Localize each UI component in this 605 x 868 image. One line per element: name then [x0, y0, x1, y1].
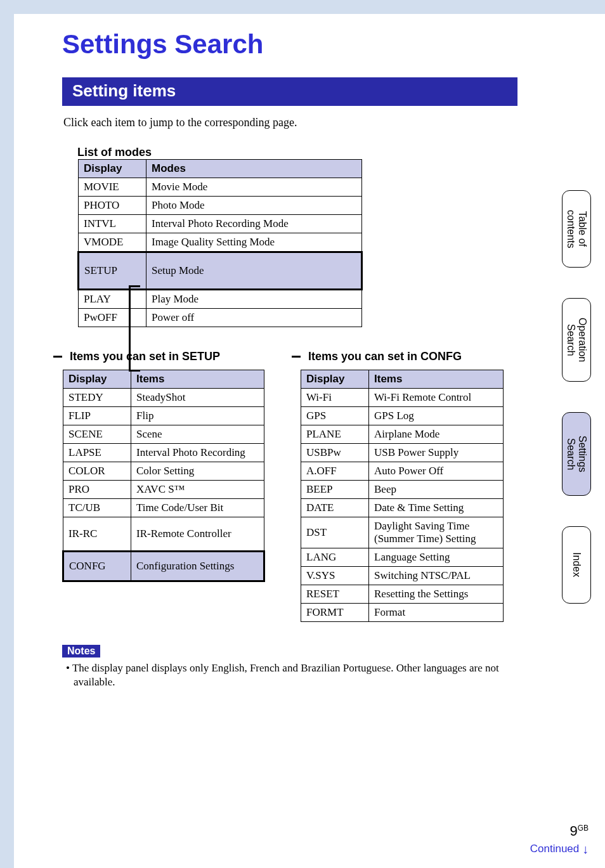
down-arrow-icon: ↓ — [582, 842, 589, 856]
modes-header-display: Display — [79, 160, 146, 178]
setup-caption: Items you can set in SETUP — [70, 350, 265, 363]
table-row-setup[interactable]: SETUPSetup Mode — [79, 252, 362, 290]
table-row[interactable]: PROXAVC S™ — [63, 481, 264, 499]
connector-line — [129, 370, 140, 372]
notes-label: Notes — [62, 645, 100, 657]
confg-header-items: Items — [369, 370, 504, 389]
page-footer: 9GB Continued ↓ — [530, 823, 589, 857]
table-row[interactable]: PwOFFPower off — [79, 309, 362, 327]
page-number: 9GB — [530, 823, 589, 839]
modes-header-modes: Modes — [146, 160, 362, 178]
table-row[interactable]: LAPSEInterval Photo Recording — [63, 444, 264, 462]
table-row[interactable]: A.OFFAuto Power Off — [301, 462, 504, 481]
modes-caption: List of modes — [77, 146, 519, 159]
table-row[interactable]: USBPwUSB Power Supply — [301, 444, 504, 462]
side-tabs: Table of contents Operation Search Setti… — [562, 190, 591, 604]
table-row[interactable]: PLAYPlay Mode — [79, 290, 362, 309]
table-row[interactable]: IR-RCIR-Remote Controller — [63, 517, 264, 552]
confg-table: Display Items Wi-FiWi-Fi Remote Control … — [301, 370, 504, 622]
tab-index[interactable]: Index — [562, 526, 591, 604]
notes-text: • The display panel displays only Englis… — [62, 661, 519, 689]
table-row[interactable]: DSTDaylight Saving Time (Summer Time) Se… — [301, 517, 504, 548]
table-row[interactable]: FORMTFormat — [301, 604, 504, 622]
sub-tables-row: Items you can set in SETUP Display Items… — [62, 350, 519, 622]
modes-table: Display Modes MOVIEMovie Mode PHOTOPhoto… — [77, 159, 363, 327]
confg-header-display: Display — [301, 370, 369, 389]
tab-settings-search[interactable]: Settings Search — [562, 412, 591, 496]
setup-column: Items you can set in SETUP Display Items… — [62, 350, 265, 622]
table-row[interactable]: BEEPBeep — [301, 481, 504, 499]
table-row[interactable]: SCENEScene — [63, 425, 264, 444]
page-title: Settings Search — [62, 29, 519, 60]
tab-operation-search[interactable]: Operation Search — [562, 298, 591, 382]
table-row[interactable]: STEDYSteadyShot — [63, 389, 264, 407]
modes-block: List of modes Display Modes MOVIEMovie M… — [77, 146, 519, 327]
table-row-confg[interactable]: CONFGConfiguration Settings — [63, 552, 264, 581]
setup-header-display: Display — [63, 370, 131, 389]
setup-header-items: Items — [131, 370, 264, 389]
table-row[interactable]: COLORColor Setting — [63, 462, 264, 481]
tab-table-of-contents[interactable]: Table of contents — [562, 190, 591, 268]
table-row[interactable]: DATEDate & Time Setting — [301, 499, 504, 517]
table-row[interactable]: LANGLanguage Setting — [301, 548, 504, 567]
confg-caption: Items you can set in CONFG — [308, 350, 504, 363]
table-row[interactable]: INTVLInterval Photo Recording Mode — [79, 215, 362, 233]
table-row[interactable]: Wi-FiWi-Fi Remote Control — [301, 389, 504, 407]
table-row[interactable]: PLANEAirplane Mode — [301, 425, 504, 444]
table-row[interactable]: GPSGPS Log — [301, 407, 504, 425]
continued-indicator: Continued ↓ — [530, 842, 589, 857]
setup-table: Display Items STEDYSteadyShot FLIPFlip S… — [62, 370, 265, 582]
confg-column: Items you can set in CONFG Display Items… — [301, 350, 504, 622]
table-row[interactable]: V.SYSSwitching NTSC/PAL — [301, 567, 504, 585]
notes-block: Notes • The display panel displays only … — [62, 645, 519, 689]
page-content: Settings Search Setting items Click each… — [62, 29, 519, 689]
table-row[interactable]: MOVIEMovie Mode — [79, 178, 362, 197]
table-row[interactable]: FLIPFlip — [63, 407, 264, 425]
table-row[interactable]: RESETResetting the Settings — [301, 585, 504, 604]
connector-line — [129, 285, 131, 371]
table-row[interactable]: TC/UBTime Code/User Bit — [63, 499, 264, 517]
table-row[interactable]: PHOTOPhoto Mode — [79, 197, 362, 215]
table-row[interactable]: VMODEImage Quality Setting Mode — [79, 233, 362, 252]
section-heading: Setting items — [62, 77, 517, 106]
intro-text: Click each item to jump to the correspon… — [63, 116, 519, 129]
